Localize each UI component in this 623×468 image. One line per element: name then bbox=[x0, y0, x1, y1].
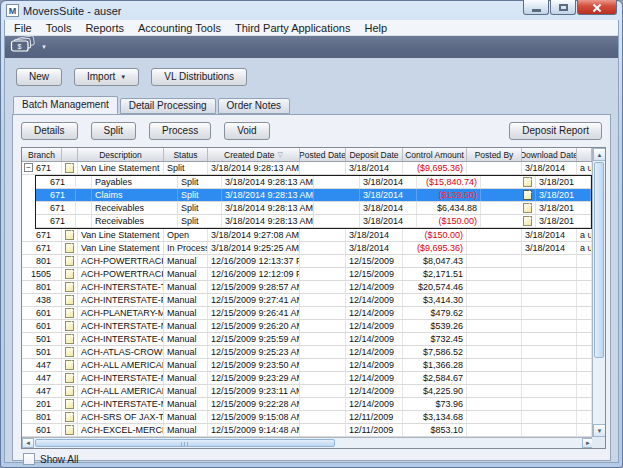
close-button[interactable] bbox=[577, 0, 617, 15]
column-header-deposit-date[interactable]: Deposit Date bbox=[346, 148, 403, 161]
note-icon[interactable] bbox=[65, 295, 74, 305]
note-icon[interactable] bbox=[523, 177, 532, 187]
toolbar-dropdown-icon[interactable]: ▼ bbox=[41, 44, 47, 50]
cell-posted-date bbox=[300, 372, 346, 384]
cell-download-date bbox=[522, 372, 577, 384]
note-icon[interactable] bbox=[65, 334, 74, 344]
column-header-posted-date[interactable]: Posted Date bbox=[300, 148, 346, 161]
minimize-button[interactable] bbox=[523, 0, 549, 15]
column-header-posted-by[interactable]: Posted By bbox=[467, 148, 522, 161]
grid-row[interactable]: 1505ACH-POWERTRACKManual12/16/2009 12:12… bbox=[22, 268, 592, 281]
note-icon[interactable] bbox=[65, 360, 74, 370]
grid-row[interactable]: 601ACH-PLANETARY-MEManual12/15/2009 9:26… bbox=[22, 307, 592, 320]
horizontal-scroll-thumb[interactable] bbox=[35, 439, 335, 447]
cell-control-amount: $539.26 bbox=[403, 320, 467, 332]
grid-child-row[interactable]: 671ReceivablesSplit3/18/2014 9:28:13 AM3… bbox=[36, 202, 592, 215]
grid-row[interactable]: 501ACH-INTERSTATE-CManual12/15/2009 9:25… bbox=[22, 333, 592, 346]
tab-batch-management[interactable]: Batch Management bbox=[13, 96, 118, 114]
note-icon[interactable] bbox=[65, 373, 74, 383]
note-icon[interactable] bbox=[523, 216, 532, 226]
cell-posted-date bbox=[300, 255, 346, 267]
cell-posted-by bbox=[481, 176, 536, 188]
grid-row[interactable]: 801ACH-SRS OF JAX-TEManual12/15/2009 9:1… bbox=[22, 411, 592, 424]
details-button[interactable]: Details bbox=[21, 122, 78, 140]
column-header-status[interactable]: Status bbox=[164, 148, 208, 161]
tab-detail-processing[interactable]: Detail Processing bbox=[120, 98, 216, 114]
deposit-report-button[interactable]: Deposit Report bbox=[509, 122, 602, 140]
grid-row[interactable]: 801ACH-POWERTRACKManual12/16/2009 12:13:… bbox=[22, 255, 592, 268]
note-icon[interactable] bbox=[65, 425, 74, 435]
column-header-icon[interactable] bbox=[62, 148, 78, 161]
grid-row[interactable]: 801ACH-INTERSTATE-TIManual12/15/2009 9:2… bbox=[22, 281, 592, 294]
scroll-down-icon[interactable]: ▼ bbox=[593, 424, 606, 437]
menu-item-reports[interactable]: Reports bbox=[78, 21, 131, 35]
note-icon[interactable] bbox=[65, 243, 74, 253]
grid-row[interactable]: −671Van Line StatementSplit3/18/2014 9:2… bbox=[22, 162, 592, 175]
menu-item-tools[interactable]: Tools bbox=[39, 21, 79, 35]
note-icon[interactable] bbox=[65, 308, 74, 318]
grid-row[interactable]: 201ACH-INTERSTATE-MManual12/15/2009 9:22… bbox=[22, 398, 592, 411]
column-header-created-date[interactable]: Created Date ▽ bbox=[208, 148, 300, 161]
collapse-group-icon[interactable]: − bbox=[24, 163, 33, 172]
grid-child-row[interactable]: 671ReceivablesSplit3/18/2014 9:28:13 AM3… bbox=[36, 215, 592, 228]
grid-row[interactable]: 601ACH-EXCEL-MERCHManual12/15/2009 9:14:… bbox=[22, 424, 592, 437]
vl-distributions-button[interactable]: VL Distributions bbox=[151, 68, 247, 86]
cell-overflow bbox=[577, 268, 592, 280]
vertical-scrollbar[interactable]: ▲ ▼ bbox=[592, 148, 605, 437]
note-icon[interactable] bbox=[523, 190, 532, 200]
column-header-control-amount[interactable]: Control Amount bbox=[403, 148, 467, 161]
grid-row[interactable]: 438ACH-INTERSTATE-P.Manual12/15/2009 9:2… bbox=[22, 294, 592, 307]
note-icon[interactable] bbox=[65, 399, 74, 409]
note-icon[interactable] bbox=[65, 282, 74, 292]
show-all-label: Show All bbox=[40, 454, 78, 465]
grid-row[interactable]: 501ACH-ATLAS-CROWNManual12/15/2009 9:25:… bbox=[22, 346, 592, 359]
note-icon[interactable] bbox=[523, 203, 532, 213]
scroll-left-icon[interactable]: ◄ bbox=[22, 438, 34, 448]
void-button[interactable]: Void bbox=[224, 122, 269, 140]
note-icon[interactable] bbox=[65, 386, 74, 396]
import-button[interactable]: Import ▼ bbox=[74, 68, 139, 86]
note-icon[interactable] bbox=[65, 412, 74, 422]
grid-row[interactable]: 447ACH-ALL AMERICANManual12/15/2009 9:23… bbox=[22, 385, 592, 398]
cell-deposit-date: 12/14/2009 bbox=[346, 385, 403, 397]
split-button[interactable]: Split bbox=[91, 122, 136, 140]
grid-row[interactable]: 671Van Line StatementIn Process3/18/2014… bbox=[22, 242, 592, 255]
column-header-download-date[interactable]: Download Date bbox=[522, 148, 577, 161]
title-bar[interactable]: M MoversSuite - auser bbox=[4, 1, 619, 20]
grid-child-row[interactable]: 671ClaimsSplit3/18/2014 9:28:13 AM3/18/2… bbox=[36, 189, 592, 202]
maximize-button[interactable] bbox=[550, 0, 576, 15]
menu-item-third-party-applications[interactable]: Third Party Applications bbox=[228, 21, 358, 35]
menu-item-accounting-tools[interactable]: Accounting Tools bbox=[131, 21, 228, 35]
grid-row[interactable]: 447ACH-ALL AMERICANManual12/15/2009 9:23… bbox=[22, 359, 592, 372]
cell-deposit-date: 12/14/2009 bbox=[346, 398, 403, 410]
note-icon[interactable] bbox=[65, 321, 74, 331]
grid-row[interactable]: 601ACH-INTERSTATE-NManual12/15/2009 9:26… bbox=[22, 320, 592, 333]
cell-download-date bbox=[522, 411, 577, 423]
menu-item-file[interactable]: File bbox=[7, 21, 39, 35]
grid-row[interactable]: 447ACH-INTERSTATE-NManual12/15/2009 9:23… bbox=[22, 372, 592, 385]
note-icon[interactable] bbox=[65, 163, 74, 173]
column-header-description[interactable]: Description bbox=[78, 148, 164, 161]
menu-item-help[interactable]: Help bbox=[357, 21, 394, 35]
cell-branch: 601 bbox=[22, 424, 62, 436]
cell-status: Manual bbox=[164, 333, 208, 345]
horizontal-scrollbar[interactable]: ◄ ► bbox=[22, 437, 594, 448]
process-button[interactable]: Process bbox=[149, 122, 211, 140]
column-header-branch[interactable]: Branch bbox=[22, 148, 62, 161]
vertical-scroll-thumb[interactable] bbox=[594, 162, 604, 358]
note-icon[interactable] bbox=[65, 230, 74, 240]
cell-branch: −671 bbox=[22, 162, 62, 174]
tab-order-notes[interactable]: Order Notes bbox=[218, 98, 290, 114]
grid-row[interactable]: 671Van Line StatementOpen3/18/2014 9:27:… bbox=[22, 229, 592, 242]
note-icon[interactable] bbox=[65, 256, 74, 266]
note-icon[interactable] bbox=[65, 347, 74, 357]
note-icon[interactable] bbox=[65, 269, 74, 279]
scroll-up-icon[interactable]: ▲ bbox=[593, 148, 606, 161]
cash-receipts-icon[interactable]: $ bbox=[10, 36, 37, 58]
show-all-checkbox[interactable] bbox=[23, 453, 35, 465]
cell-control-amount: $4,225.90 bbox=[403, 385, 467, 397]
grid-child-row[interactable]: 671PayablesSplit3/18/2014 9:28:13 AM3/18… bbox=[36, 176, 592, 189]
cell-posted-by bbox=[467, 424, 522, 436]
new-button[interactable]: New bbox=[16, 68, 62, 86]
app-icon: M bbox=[6, 4, 19, 17]
